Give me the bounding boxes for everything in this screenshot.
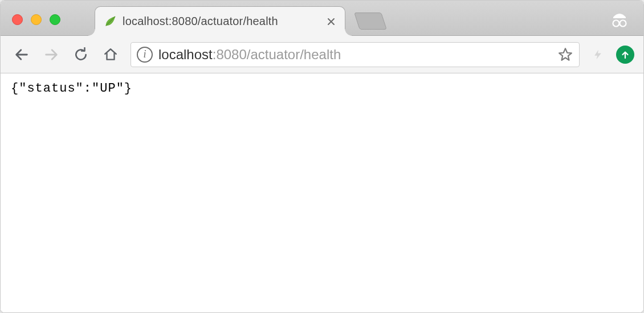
spring-leaf-icon bbox=[103, 15, 117, 28]
close-tab-button[interactable] bbox=[325, 16, 337, 27]
tab-bar: localhost:8080/actuator/health bbox=[1, 1, 643, 36]
toolbar: i localhost:8080/actuator/health bbox=[1, 36, 643, 73]
browser-window: localhost:8080/actuator/health bbox=[0, 0, 644, 313]
svg-point-0 bbox=[613, 20, 619, 27]
tab-title: localhost:8080/actuator/health bbox=[123, 15, 320, 28]
page-viewport: {"status":"UP"} bbox=[1, 73, 643, 312]
extension-upload-icon[interactable] bbox=[616, 46, 634, 64]
lightning-icon[interactable] bbox=[590, 47, 606, 63]
address-bar[interactable]: i localhost:8080/actuator/health bbox=[131, 42, 580, 67]
forward-button[interactable] bbox=[42, 45, 61, 64]
reload-button[interactable] bbox=[71, 45, 91, 64]
svg-point-1 bbox=[620, 20, 626, 27]
browser-tab[interactable]: localhost:8080/actuator/health bbox=[95, 6, 345, 36]
response-body: {"status":"UP"} bbox=[11, 81, 633, 96]
window-close-button[interactable] bbox=[12, 14, 23, 25]
window-minimize-button[interactable] bbox=[31, 14, 42, 25]
url-host: localhost bbox=[158, 47, 213, 62]
incognito-icon bbox=[609, 10, 630, 30]
home-button[interactable] bbox=[101, 45, 120, 64]
new-tab-button[interactable] bbox=[354, 13, 387, 30]
url-text: localhost:8080/actuator/health bbox=[158, 47, 552, 63]
url-path: :8080/actuator/health bbox=[213, 47, 341, 62]
window-maximize-button[interactable] bbox=[50, 14, 60, 25]
bookmark-star-icon[interactable] bbox=[557, 47, 573, 63]
site-info-icon[interactable]: i bbox=[137, 47, 153, 63]
back-button[interactable] bbox=[12, 45, 31, 64]
window-controls bbox=[12, 14, 60, 25]
